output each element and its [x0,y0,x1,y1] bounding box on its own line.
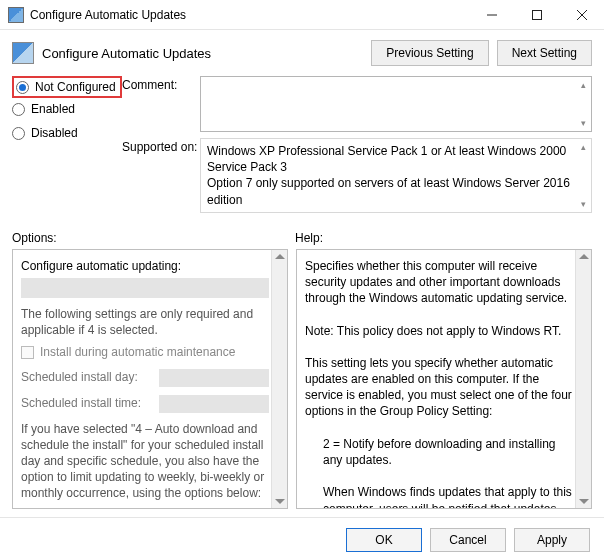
supported-line-1: Windows XP Professional Service Pack 1 o… [207,143,573,175]
app-icon [8,7,24,23]
header-row: Configure Automatic Updates Previous Set… [0,30,604,72]
help-label: Help: [295,231,323,245]
minimize-button[interactable] [469,0,514,30]
radio-dot-icon [16,81,29,94]
previous-setting-button[interactable]: Previous Setting [371,40,488,66]
apply-button[interactable]: Apply [514,528,590,552]
maximize-button[interactable] [514,0,559,30]
scroll-down-icon[interactable]: ▾ [577,198,589,210]
install-maintenance-checkbox[interactable]: Install during automatic maintenance [21,344,269,360]
radio-not-configured[interactable]: Not Configured [16,80,116,94]
checkbox-icon [21,346,34,359]
window-title: Configure Automatic Updates [30,8,469,22]
sched-time-dropdown[interactable] [159,395,269,413]
radio-disabled[interactable]: Disabled [12,126,122,140]
button-bar: OK Cancel Apply [0,517,604,560]
radio-dot-icon [12,127,25,140]
help-panel: Specifies whether this computer will rec… [296,249,592,509]
scroll-up-icon[interactable]: ▴ [577,141,589,153]
sched-day-dropdown[interactable] [159,369,269,387]
supported-on-box: Windows XP Professional Service Pack 1 o… [200,138,592,213]
policy-icon [12,42,34,64]
help-p5: When Windows finds updates that apply to… [305,484,573,507]
close-button[interactable] [559,0,604,30]
svg-rect-1 [532,10,541,19]
sched-day-label: Scheduled install day: [21,369,159,385]
radio-enabled-label: Enabled [31,102,75,116]
help-p2: Note: This policy does not apply to Wind… [305,323,573,339]
policy-title: Configure Automatic Updates [42,46,363,61]
configure-updating-dropdown[interactable] [21,278,269,298]
install-maintenance-label: Install during automatic maintenance [40,344,235,360]
radio-disabled-label: Disabled [31,126,78,140]
auto-download-note: If you have selected "4 – Auto download … [21,421,269,502]
titlebar: Configure Automatic Updates [0,0,604,30]
help-p4: 2 = Notify before downloading and instal… [305,436,573,468]
not-configured-highlight: Not Configured [12,76,122,98]
cancel-button[interactable]: Cancel [430,528,506,552]
next-setting-button[interactable]: Next Setting [497,40,592,66]
configure-updating-label: Configure automatic updating: [21,258,269,274]
options-panel: Configure automatic updating: The follow… [12,249,288,509]
radio-enabled[interactable]: Enabled [12,102,122,116]
radio-dot-icon [12,103,25,116]
scroll-down-icon[interactable]: ▾ [577,117,589,129]
options-label: Options: [12,231,295,245]
scroll-up-icon[interactable]: ▴ [577,79,589,91]
ok-button[interactable]: OK [346,528,422,552]
sched-time-label: Scheduled install time: [21,395,159,411]
required-note: The following settings are only required… [21,306,269,338]
help-scrollbar[interactable] [575,250,591,508]
help-p1: Specifies whether this computer will rec… [305,258,573,307]
comment-textarea[interactable]: ▴ ▾ [200,76,592,132]
supported-line-2: Option 7 only supported on servers of at… [207,175,573,207]
radio-not-configured-label: Not Configured [35,80,116,94]
options-scrollbar[interactable] [271,250,287,508]
help-p3: This setting lets you specify whether au… [305,355,573,420]
supported-label: Supported on: [122,138,200,213]
comment-label: Comment: [122,76,200,132]
